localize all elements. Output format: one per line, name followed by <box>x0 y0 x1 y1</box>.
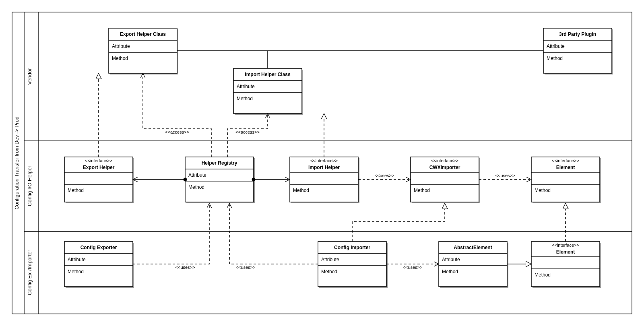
access-registry-to-export-helper-class <box>143 73 211 157</box>
class-export-helper-class: Export Helper Class Attribute Method <box>109 28 178 74</box>
uml-class-diagram: Configuration Transfer from Dev -> Prod … <box>8 8 636 318</box>
class-stereotype: <<interface>> <box>552 243 579 248</box>
class-name: Config Importer <box>334 245 370 250</box>
label-access-2: <<access>> <box>235 130 260 134</box>
class-method: Method <box>68 269 84 274</box>
class-export-helper: <<interface>> Export Helper Method <box>64 157 134 203</box>
class-stereotype: <<interface>> <box>552 158 579 163</box>
class-third-party-plugin: 3rd Party Plugin Attribute Method <box>543 28 613 74</box>
class-name: CWXImporter <box>429 165 460 170</box>
access-registry-to-import-helper-class <box>227 113 268 157</box>
realization-config-importer-to-cwximporter <box>352 203 445 241</box>
class-import-helper-class: Import Helper Class Attribute Method <box>233 68 303 115</box>
svg-rect-29 <box>411 157 479 202</box>
class-method: Method <box>188 184 204 190</box>
class-name: Config Exporter <box>80 245 117 250</box>
class-name: Export Helper Class <box>120 31 166 37</box>
class-method: Method <box>535 272 551 278</box>
class-stereotype: <<interface>> <box>85 158 112 163</box>
class-attr: Attribute <box>112 43 130 49</box>
class-abstract-element: AbstractElement Attribute Method <box>439 241 508 288</box>
svg-rect-25 <box>290 157 358 202</box>
class-name: 3rd Party Plugin <box>559 31 596 37</box>
class-name: Export Helper <box>83 165 115 170</box>
svg-rect-49 <box>531 241 600 287</box>
class-name: Element <box>556 165 575 170</box>
label-uses-4: <<uses>> <box>236 265 256 270</box>
partition-importer: Config Ex-/Importer <box>27 250 33 295</box>
uses-config-importer-to-registry <box>229 203 318 264</box>
class-import-helper: <<interface>> Import Helper Method <box>290 157 359 203</box>
svg-rect-17 <box>64 157 133 202</box>
class-stereotype: <<interface>> <box>431 158 458 163</box>
class-name: Element <box>556 249 575 255</box>
class-attr: Attribute <box>188 172 206 178</box>
uses-config-exporter-to-registry <box>133 203 209 264</box>
class-cwximporter: <<interface>> CWXImporter Method <box>411 157 480 203</box>
class-method: Method <box>414 188 430 193</box>
class-name: Helper Registry <box>202 160 237 166</box>
class-name: Import Helper Class <box>245 72 291 77</box>
partition-helper: Config I/O Helper <box>27 165 33 206</box>
class-attr: Attribute <box>442 257 460 262</box>
label-uses-2: <<uses>> <box>495 173 515 178</box>
class-attr: Attribute <box>68 257 86 262</box>
label-access-1: <<access>> <box>165 130 189 134</box>
partition-vendor: Vendor <box>27 68 33 85</box>
label-uses-5: <<uses>> <box>403 265 423 270</box>
diagram-title: Configuration Transfer from Dev -> Prod <box>14 116 20 210</box>
class-attr: Attribute <box>237 84 255 89</box>
class-name: Import Helper <box>308 165 340 170</box>
class-name: AbstractElement <box>454 245 492 250</box>
class-attr: Attribute <box>547 43 565 49</box>
class-helper-registry: Helper Registry Attribute Method <box>185 157 255 203</box>
class-method: Method <box>442 269 458 274</box>
class-config-exporter: Config Exporter Attribute Method <box>64 241 134 288</box>
label-uses-1: <<uses>> <box>375 173 394 178</box>
svg-rect-33 <box>531 157 600 202</box>
class-method: Method <box>68 188 84 193</box>
class-method: Method <box>547 56 563 61</box>
class-attr: Attribute <box>321 257 339 262</box>
class-config-importer: Config Importer Attribute Method <box>318 241 388 288</box>
class-method: Method <box>237 96 253 101</box>
class-element-lower: <<interface>> Element Method <box>531 241 601 288</box>
class-method: Method <box>535 188 551 193</box>
class-method: Method <box>112 56 128 61</box>
class-method: Method <box>293 188 309 193</box>
class-element-upper: <<interface>> Element Method <box>531 157 601 203</box>
label-uses-3: <<uses>> <box>175 265 195 270</box>
class-stereotype: <<interface>> <box>310 158 338 163</box>
class-method: Method <box>321 269 337 274</box>
